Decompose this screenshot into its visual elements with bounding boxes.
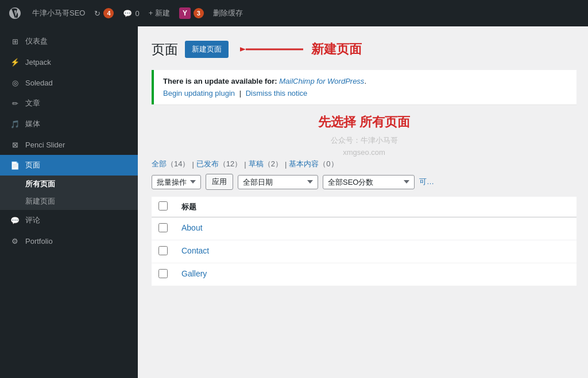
table-row: Contact <box>152 240 577 263</box>
row-title-cell: Contact <box>175 240 577 263</box>
annotation-arrow-top <box>240 38 309 61</box>
watermark: 公众号：牛津小马哥 <box>152 135 577 146</box>
table-row: About <box>152 217 577 240</box>
comment-icon: 💬 <box>123 9 132 18</box>
submenu-new-page[interactable]: 新建页面 <box>0 193 138 210</box>
sidebar-item-label: Soledad <box>25 79 131 87</box>
site-name[interactable]: 牛津小马哥SEO <box>32 8 85 18</box>
comments-icon: 💬 <box>9 215 21 226</box>
page-link-contact[interactable]: Contact <box>181 246 209 255</box>
annotation-top-area: 新建页面 <box>240 38 362 61</box>
date-filter-select[interactable]: 全部日期 <box>238 175 318 189</box>
updates-item[interactable]: ↻ 4 <box>94 8 114 18</box>
row-checkbox-cell <box>152 217 175 240</box>
sidebar: ⊞ 仪表盘 ⚡ Jetpack ◎ Soledad ✏ 文章 🎵 媒体 ⊠ Pe… <box>0 26 138 378</box>
sidebar-item-label: 文章 <box>25 98 131 108</box>
row-title-cell: About <box>175 217 577 240</box>
row-checkbox[interactable] <box>158 246 168 255</box>
sidebar-item-media[interactable]: 🎵 媒体 <box>0 114 138 134</box>
sidebar-item-pencislider[interactable]: ⊠ Penci Slider <box>0 134 138 155</box>
page-header-wrapper: 页面 新建页面 新建页面 <box>152 38 577 61</box>
page-link-gallery[interactable]: Gallery <box>181 269 207 278</box>
sidebar-item-comments[interactable]: 💬 评论 <box>0 210 138 231</box>
apply-button[interactable]: 应用 <box>206 174 233 190</box>
begin-update-link[interactable]: Begin updating plugin <box>163 89 235 98</box>
posts-icon: ✏ <box>9 98 21 109</box>
filter-all[interactable]: 全部 <box>152 159 167 169</box>
dismiss-notice-link[interactable]: Dismiss this notice <box>246 89 308 98</box>
refresh-icon: ↻ <box>94 9 100 18</box>
clear-cache-item[interactable]: 删除缓存 <box>213 8 243 18</box>
row-checkbox-cell <box>152 263 175 286</box>
annotation-text-new-page: 新建页面 <box>311 41 362 58</box>
updates-badge: 4 <box>103 8 114 18</box>
comments-item[interactable]: 💬 0 <box>123 9 139 18</box>
page-header: 页面 新建页面 新建页面 <box>152 38 577 61</box>
new-content-item[interactable]: + 新建 <box>149 8 170 18</box>
main-layout: ⊞ 仪表盘 ⚡ Jetpack ◎ Soledad ✏ 文章 🎵 媒体 ⊠ Pe… <box>0 26 588 378</box>
page-title: 页面 <box>152 41 178 59</box>
sidebar-item-label: Portfolio <box>25 237 131 245</box>
sidebar-item-jetpack[interactable]: ⚡ Jetpack <box>0 52 138 72</box>
notice-text: There is an update available for: MailCh… <box>163 77 567 85</box>
row-checkbox[interactable] <box>158 269 168 278</box>
row-title-cell: Gallery <box>175 263 577 286</box>
filter-basic[interactable]: 基本内容 <box>289 159 319 169</box>
pages-table: 标题 About Con <box>152 197 577 286</box>
row-checkbox-cell <box>152 240 175 263</box>
portfolio-icon: ⚙ <box>9 235 21 247</box>
dashboard-icon: ⊞ <box>9 36 21 47</box>
watermark2: xmgseo.com <box>152 148 577 157</box>
page-link-about[interactable]: About <box>181 223 203 232</box>
pencislider-icon: ⊠ <box>9 139 21 150</box>
admin-bar: 牛津小马哥SEO ↻ 4 💬 0 + 新建 Y 3 删除缓存 <box>0 0 588 26</box>
yoast-item[interactable]: Y 3 <box>179 7 204 19</box>
sidebar-item-label: 媒体 <box>25 119 131 129</box>
media-icon: 🎵 <box>9 118 21 130</box>
extra-filter[interactable]: 可… <box>419 177 434 187</box>
sidebar-item-soledad[interactable]: ◎ Soledad <box>0 72 138 93</box>
filter-draft[interactable]: 草稿 <box>249 159 264 169</box>
sidebar-item-label: Jetpack <box>25 58 131 67</box>
pages-icon: 📄 <box>9 159 21 171</box>
wp-logo[interactable] <box>7 5 23 21</box>
notice-links: Begin updating plugin | Dismiss this not… <box>163 89 567 98</box>
sidebar-item-label: Penci Slider <box>25 141 131 149</box>
filter-bar: 全部 （14） | 已发布 （12） | 草稿 （2） | 基本内容 （0） <box>152 159 577 169</box>
select-all-checkbox[interactable] <box>158 201 168 211</box>
row-checkbox[interactable] <box>158 223 168 232</box>
yoast-icon: Y <box>179 7 191 19</box>
sidebar-item-label: 仪表盘 <box>25 36 131 46</box>
jetpack-icon: ⚡ <box>9 56 21 68</box>
plugin-update-notice: There is an update available for: MailCh… <box>152 70 577 104</box>
yoast-badge: 3 <box>194 8 204 18</box>
bulk-action-select[interactable]: 批量操作 <box>152 175 201 189</box>
seo-filter-select[interactable]: 全部SEO分数 <box>323 175 415 189</box>
submenu-all-pages[interactable]: 所有页面 <box>0 176 138 193</box>
pages-submenu: 所有页面 新建页面 <box>0 176 138 210</box>
content-area: 页面 新建页面 新建页面 <box>138 26 588 378</box>
new-page-button[interactable]: 新建页面 <box>185 41 229 58</box>
annotation-text-middle: 先选择 所有页面 <box>152 114 577 131</box>
sidebar-item-posts[interactable]: ✏ 文章 <box>0 93 138 114</box>
sidebar-item-dashboard[interactable]: ⊞ 仪表盘 <box>0 31 138 52</box>
list-toolbar: 批量操作 应用 全部日期 全部SEO分数 可… <box>152 174 577 190</box>
plugin-name: MailChimp for WordPress <box>279 77 364 85</box>
sidebar-item-portfolio[interactable]: ⚙ Portfolio <box>0 231 138 251</box>
col-title-header[interactable]: 标题 <box>175 197 577 217</box>
soledad-icon: ◎ <box>9 77 21 88</box>
filter-published[interactable]: 已发布 <box>196 159 219 169</box>
sidebar-item-label: 评论 <box>25 215 131 225</box>
table-row: Gallery <box>152 263 577 286</box>
sidebar-item-pages[interactable]: 📄 页面 <box>0 155 138 176</box>
col-checkbox-header <box>152 197 175 217</box>
sidebar-item-label: 页面 <box>25 160 131 170</box>
